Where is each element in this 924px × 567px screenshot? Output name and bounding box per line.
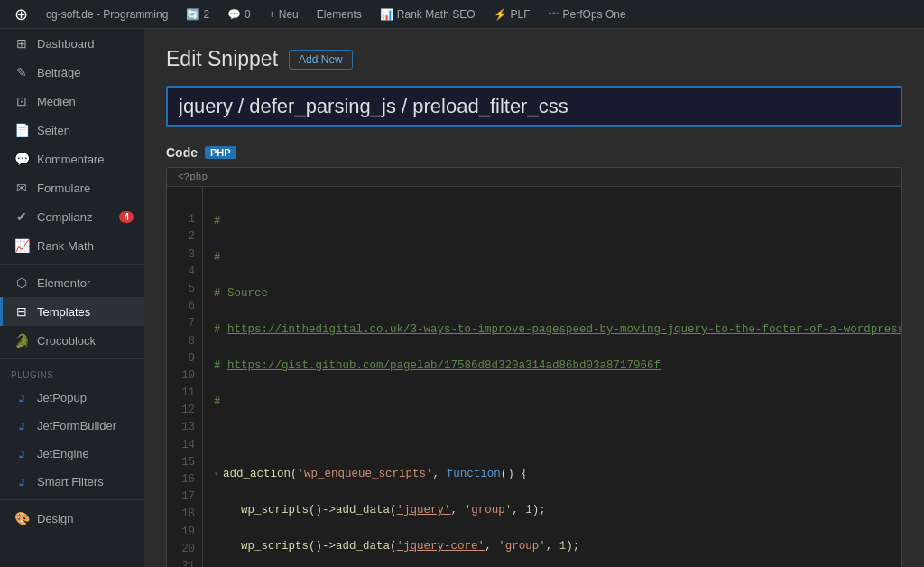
media-icon: ⊡ — [14, 94, 30, 108]
crocoblock-icon: 🐊 — [14, 333, 30, 348]
sidebar-item-templates[interactable]: ⊟ Templates — [0, 297, 144, 326]
sidebar-label-design: Design — [37, 512, 73, 525]
sidebar-item-smartfilters[interactable]: J Smart Filters — [0, 468, 144, 496]
sidebar-item-jetengine[interactable]: J JetEngine — [0, 440, 144, 468]
adminbar-rankmath[interactable]: 📊 Rank Math SEO — [373, 0, 483, 29]
code-section-label: Code PHP — [166, 145, 902, 160]
sidebar-label-beitraege: Beiträge — [37, 66, 80, 79]
perfops-icon: 〰 — [549, 8, 559, 21]
code-line — [214, 429, 891, 447]
site-name-text: cg-soft.de - Programming — [46, 8, 168, 21]
dashboard-icon: ⊞ — [14, 36, 30, 51]
page-header: Edit Snippet Add New — [166, 47, 902, 71]
sidebar-label-smartfilters: Smart Filters — [37, 475, 104, 488]
sidebar-divider-2 — [0, 358, 144, 359]
code-line: # — [214, 393, 891, 411]
jetpopup-icon: J — [14, 393, 30, 404]
forms-icon: ✉ — [14, 181, 30, 195]
sidebar-item-jetpopup[interactable]: J JetPopup — [0, 384, 144, 412]
sidebar-divider-1 — [0, 264, 144, 265]
sidebar-item-design[interactable]: 🎨 Design — [0, 504, 144, 533]
sidebar-item-elementor[interactable]: ⬡ Elementor — [0, 268, 144, 297]
jetengine-icon: J — [14, 449, 30, 460]
plf-label: PLF — [511, 8, 531, 21]
sidebar-label-crocoblock: Crocoblock — [37, 334, 96, 348]
snippet-title-input[interactable] — [166, 86, 902, 127]
posts-icon: ✎ — [14, 65, 30, 79]
new-icon: + — [269, 8, 275, 21]
rankmath-label: Rank Math SEO — [397, 8, 476, 21]
sidebar-divider-3 — [0, 499, 144, 500]
code-label: Code — [166, 145, 198, 160]
adminbar-wp-logo[interactable]: ⊕ — [7, 0, 35, 29]
code-line: wp_scripts()->add_data('jquery', 'group'… — [214, 501, 891, 519]
code-line: # — [214, 212, 891, 230]
sidebar-label-rankmath: Rank Math — [37, 239, 94, 253]
design-icon: 🎨 — [14, 511, 30, 525]
code-editor[interactable]: <?php 1 2 3 4 5 6 7 8 9 10 11 12 13 — [166, 167, 902, 567]
code-line: # — [214, 248, 891, 266]
sidebar-item-jetformbuilder[interactable]: J JetFormBuilder — [0, 412, 144, 440]
sidebar-label-elementor: Elementor — [37, 276, 90, 290]
sidebar-item-complianz[interactable]: ✔ Complianz 4 — [0, 202, 144, 231]
code-lines: # # # Source # https://inthedigital.co.u… — [203, 187, 901, 567]
adminbar-plf[interactable]: ⚡ PLF — [486, 0, 538, 29]
sidebar-item-formulare[interactable]: ✉ Formulare — [0, 173, 144, 202]
fold-indicator: ▾ — [214, 469, 219, 479]
code-line: ▾add_action('wp_enqueue_scripts', functi… — [214, 465, 891, 483]
adminbar-new[interactable]: + Neu — [262, 0, 306, 29]
comments-icon: 💬 — [227, 8, 241, 21]
complianz-icon: ✔ — [14, 209, 30, 224]
plugins-section-label: PLUGINS — [0, 363, 144, 384]
sidebar-label-complianz: Complianz — [37, 210, 92, 224]
code-line: # https://gist.github.com/pagelab/17586d… — [214, 357, 891, 375]
sidebar-item-rankmath[interactable]: 📈 Rank Math — [0, 231, 144, 260]
sidebar-label-formulare: Formulare — [37, 181, 90, 195]
adminbar-site-name[interactable]: cg-soft.de - Programming — [39, 0, 175, 29]
comments-sidebar-icon: 💬 — [14, 152, 30, 166]
sidebar-label-medien: Medien — [37, 95, 76, 108]
updates-count: 2 — [203, 8, 209, 21]
adminbar-comments[interactable]: 💬 0 — [220, 0, 258, 29]
code-line: # Source — [214, 284, 891, 302]
code-header: <?php — [167, 168, 901, 187]
rankmath-icon: 📊 — [380, 8, 393, 21]
templates-icon: ⊟ — [14, 304, 30, 319]
sidebar-item-beitraege[interactable]: ✎ Beiträge — [0, 58, 144, 87]
code-line: # https://inthedigital.co.uk/3-ways-to-i… — [214, 321, 891, 339]
add-new-button[interactable]: Add New — [289, 50, 353, 70]
admin-bar: ⊕ cg-soft.de - Programming 🔄 2 💬 0 + Neu… — [0, 0, 924, 29]
sidebar-label-seiten: Seiten — [37, 124, 70, 137]
sidebar-label-templates: Templates — [37, 305, 90, 319]
page-title: Edit Snippet — [166, 47, 278, 71]
sidebar-item-kommentare[interactable]: 💬 Kommentare — [0, 144, 144, 173]
smartfilters-icon: J — [14, 477, 30, 488]
main-content: Edit Snippet Add New Code PHP <?php 1 2 … — [144, 29, 924, 567]
sidebar-label-dashboard: Dashboard — [37, 37, 95, 51]
code-body: 1 2 3 4 5 6 7 8 9 10 11 12 13 14 15 16 1 — [167, 187, 901, 567]
adminbar-perfops[interactable]: 〰 PerfOps One — [541, 0, 633, 29]
sidebar-label-jetformbuilder: JetFormBuilder — [37, 419, 116, 432]
comments-count: 0 — [245, 8, 251, 21]
php-badge: PHP — [205, 146, 236, 159]
sidebar-item-dashboard[interactable]: ⊞ Dashboard — [0, 29, 144, 58]
sidebar-label-jetpopup: JetPopup — [37, 391, 87, 404]
plf-icon: ⚡ — [494, 8, 507, 21]
rankmath-sidebar-icon: 📈 — [14, 238, 30, 253]
wp-logo-icon: ⊕ — [14, 5, 28, 24]
elements-label: Elements — [317, 8, 362, 21]
sidebar-item-medien[interactable]: ⊡ Medien — [0, 87, 144, 116]
sidebar-item-crocoblock[interactable]: 🐊 Crocoblock — [0, 326, 144, 355]
adminbar-elements[interactable]: Elements — [310, 0, 369, 29]
line-numbers: 1 2 3 4 5 6 7 8 9 10 11 12 13 14 15 16 1 — [167, 187, 203, 567]
sidebar-item-seiten[interactable]: 📄 Seiten — [0, 116, 144, 144]
complianz-badge: 4 — [119, 211, 134, 223]
pages-icon: 📄 — [14, 123, 30, 137]
jetformbuilder-icon: J — [14, 421, 30, 432]
elementor-icon: ⬡ — [14, 275, 30, 290]
sidebar-label-kommentare: Kommentare — [37, 153, 104, 166]
sidebar: ⊞ Dashboard ✎ Beiträge ⊡ Medien 📄 Seiten… — [0, 29, 144, 567]
code-line: wp_scripts()->add_data('jquery-core', 'g… — [214, 537, 891, 555]
new-label: Neu — [279, 8, 299, 21]
adminbar-updates[interactable]: 🔄 2 — [179, 0, 217, 29]
